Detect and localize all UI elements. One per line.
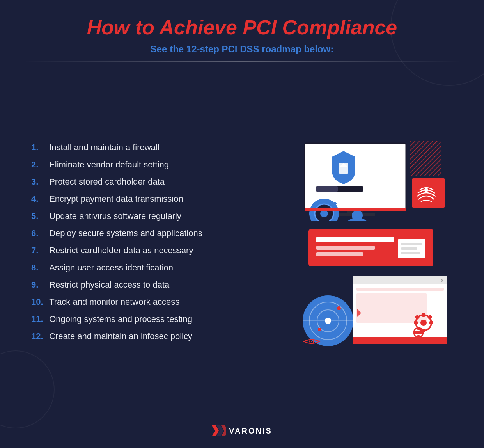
item-text: Restrict physical access to data — [49, 280, 169, 290]
list-item: 5. Update antivirus software regularly — [31, 211, 273, 221]
svg-point-47 — [420, 320, 427, 326]
svg-rect-43 — [356, 288, 444, 291]
item-number: 5. — [31, 211, 47, 221]
item-text: Deploy secure systems and applications — [49, 228, 202, 238]
list-item: 8. Assign user access identification — [31, 263, 273, 273]
divider — [23, 61, 461, 62]
svg-rect-27 — [401, 247, 417, 250]
item-text: Install and maintain a firewall — [49, 142, 159, 153]
svg-rect-51 — [429, 321, 433, 324]
brand-name: VARONIS — [229, 427, 272, 436]
list-item: 10. Track and monitor network access — [31, 297, 273, 307]
svg-rect-45 — [353, 337, 447, 344]
page-title: How to Achieve PCI Compliance — [87, 16, 397, 39]
right-panel: x — [281, 73, 461, 418]
list-item: 11. Ongoing systems and process testing — [31, 314, 273, 324]
svg-rect-24 — [316, 252, 363, 256]
svg-text:x: x — [441, 278, 443, 283]
svg-rect-14 — [334, 212, 339, 215]
svg-rect-13 — [309, 212, 314, 215]
item-text: Ongoing systems and process testing — [49, 314, 192, 324]
svg-rect-57 — [417, 335, 420, 338]
list-item: 4. Encrypt payment data transmission — [31, 194, 273, 204]
svg-point-55 — [417, 331, 420, 334]
item-number: 8. — [31, 263, 47, 273]
page-container: How to Achieve PCI Compliance See the 12… — [0, 0, 484, 448]
list-item: 7. Restrict cardholder data as necessary — [31, 245, 273, 256]
monitor-svg — [293, 139, 449, 221]
left-panel: 1. Install and maintain a firewall2. Eli… — [23, 73, 273, 418]
item-number: 11. — [31, 314, 47, 324]
content-area: 1. Install and maintain a firewall2. Eli… — [23, 73, 461, 418]
item-text: Protect stored cardholder data — [49, 177, 165, 187]
card-svg — [293, 227, 449, 270]
svg-rect-59 — [420, 331, 423, 334]
list-item: 2. Eliminate vendor default setting — [31, 160, 273, 170]
svg-rect-11 — [323, 199, 326, 203]
list-item: 3. Protect stored cardholder data — [31, 177, 273, 187]
svg-point-35 — [337, 306, 341, 310]
varonis-logo: VARONIS — [212, 425, 272, 436]
item-text: Create and maintain an infosec policy — [49, 331, 192, 341]
list-item: 9. Restrict physical access to data — [31, 280, 273, 290]
svg-rect-22 — [316, 237, 394, 242]
item-text: Assign user access identification — [49, 263, 173, 273]
item-number: 4. — [31, 194, 47, 204]
list-item: 6. Deploy secure systems and application… — [31, 228, 273, 238]
radar-browser-illustration: x — [293, 274, 449, 352]
item-number: 1. — [31, 142, 47, 153]
item-number: 6. — [31, 228, 47, 238]
page-subtitle: See the 12-step PCI DSS roadmap below: — [151, 44, 333, 55]
svg-rect-44 — [356, 293, 427, 323]
svg-rect-26 — [401, 243, 422, 245]
item-number: 12. — [31, 331, 47, 341]
svg-point-36 — [318, 328, 321, 331]
svg-rect-58 — [414, 331, 417, 334]
svg-rect-1 — [410, 141, 441, 176]
svg-rect-41 — [353, 281, 447, 284]
item-text: Encrypt payment data transmission — [49, 194, 183, 204]
svg-rect-20 — [305, 208, 406, 211]
item-text: Track and monitor network access — [49, 297, 179, 307]
radar-browser-svg: x — [293, 274, 449, 352]
svg-rect-7 — [316, 186, 338, 192]
list-item: 1. Install and maintain a firewall — [31, 142, 273, 153]
svg-rect-23 — [316, 246, 375, 250]
varonis-chevron-icon — [212, 425, 226, 436]
item-number: 10. — [31, 297, 47, 307]
item-number: 9. — [31, 280, 47, 290]
svg-rect-28 — [401, 252, 420, 254]
item-text: Restrict cardholder data as necessary — [49, 245, 193, 256]
svg-point-38 — [311, 341, 312, 342]
item-text: Update antivirus software regularly — [49, 211, 181, 221]
svg-point-18 — [424, 188, 428, 192]
svg-rect-48 — [422, 313, 425, 317]
svg-rect-50 — [414, 321, 418, 324]
list-item: 12. Create and maintain an infosec polic… — [31, 331, 273, 341]
item-number: 3. — [31, 177, 47, 187]
card-illustration — [293, 227, 449, 270]
footer: VARONIS — [212, 425, 272, 436]
item-text: Eliminate vendor default setting — [49, 160, 169, 170]
item-number: 7. — [31, 245, 47, 256]
item-number: 2. — [31, 160, 47, 170]
svg-rect-56 — [417, 327, 420, 330]
monitor-illustration — [293, 139, 449, 221]
